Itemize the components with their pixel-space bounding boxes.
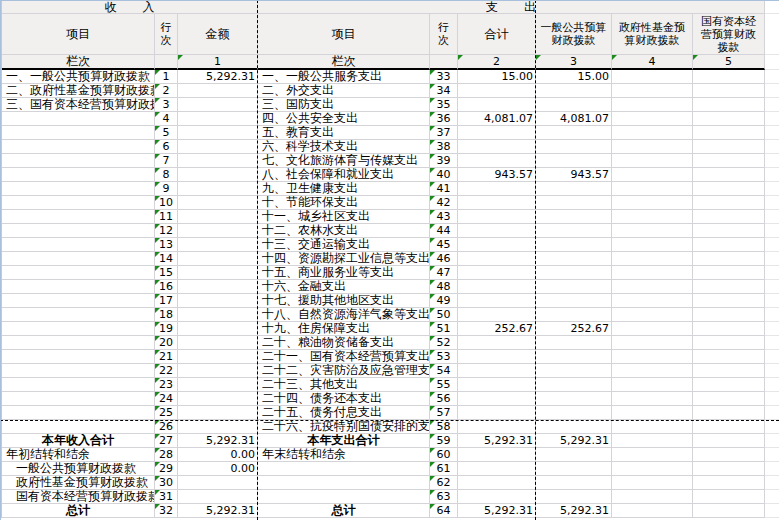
- cell-income-amount[interactable]: 0.00: [178, 448, 258, 462]
- cell-expense-statecap-budget[interactable]: [693, 504, 765, 518]
- cell-income-line[interactable]: 28: [155, 448, 178, 462]
- cell-expense-total[interactable]: [458, 280, 536, 294]
- cell-expense-statecap-budget[interactable]: [693, 378, 765, 392]
- cell-expense-total[interactable]: [458, 98, 536, 112]
- cell-expense-govfund-budget[interactable]: [612, 280, 693, 294]
- cell-expense-govfund-budget[interactable]: [612, 462, 693, 476]
- cell-expense-govfund-budget[interactable]: [612, 308, 693, 322]
- cell-income-amount[interactable]: [178, 210, 258, 224]
- cell-income-amount[interactable]: [178, 364, 258, 378]
- cell-expense-general-budget[interactable]: [536, 392, 612, 406]
- cell-income-amount[interactable]: 5,292.31: [178, 70, 258, 84]
- cell-expense-general-budget[interactable]: [536, 140, 612, 154]
- cell-expense-statecap-budget[interactable]: [693, 112, 765, 126]
- cell-expense-general-budget[interactable]: [536, 182, 612, 196]
- cell-expense-govfund-budget[interactable]: [612, 266, 693, 280]
- cell-expense-item[interactable]: 三、国防支出: [258, 98, 430, 112]
- cell-expense-general-budget[interactable]: [536, 406, 612, 420]
- cell-expense-line[interactable]: 44: [430, 224, 458, 238]
- cell-income-line[interactable]: 12: [155, 224, 178, 238]
- cell-income-line[interactable]: 17: [155, 294, 178, 308]
- cell-expense-total[interactable]: [458, 238, 536, 252]
- cell-expense-govfund-budget[interactable]: [612, 476, 693, 490]
- cell-expense-total[interactable]: [458, 308, 536, 322]
- cell-expense-item[interactable]: 二十四、债务还本支出: [258, 392, 430, 406]
- cell-expense-govfund-budget[interactable]: [612, 154, 693, 168]
- cell-income-amount[interactable]: [178, 322, 258, 336]
- cell-income-item[interactable]: 三、国有资本经营预算财政拨款: [2, 98, 155, 112]
- cell-expense-item[interactable]: 总计: [258, 504, 430, 518]
- cell-expense-statecap-budget[interactable]: [693, 182, 765, 196]
- cell-income-item[interactable]: [2, 168, 155, 182]
- cell-expense-item[interactable]: 十三、交通运输支出: [258, 238, 430, 252]
- expense-header-general-budget[interactable]: 一般公共预算财政拨款: [536, 14, 612, 55]
- cell-expense-general-budget[interactable]: [536, 252, 612, 266]
- cell-expense-total[interactable]: [458, 252, 536, 266]
- cell-expense-item[interactable]: 六、科学技术支出: [258, 140, 430, 154]
- cell-income-line[interactable]: 18: [155, 308, 178, 322]
- cell-expense-item[interactable]: 二十五、债务付息支出: [258, 406, 430, 420]
- cell-expense-general-budget[interactable]: 252.67: [536, 322, 612, 336]
- cell-income-line[interactable]: 2: [155, 84, 178, 98]
- cell-expense-line[interactable]: 35: [430, 98, 458, 112]
- cell-expense-govfund-budget[interactable]: [612, 182, 693, 196]
- cell-income-item[interactable]: [2, 308, 155, 322]
- cell-expense-statecap-budget[interactable]: [693, 336, 765, 350]
- cell-income-item[interactable]: [2, 322, 155, 336]
- cell-expense-statecap-budget[interactable]: [693, 322, 765, 336]
- cell-expense-general-budget[interactable]: [536, 490, 612, 504]
- cell-expense-statecap-budget[interactable]: [693, 224, 765, 238]
- cell-expense-statecap-budget[interactable]: [693, 98, 765, 112]
- cell-expense-statecap-budget[interactable]: [693, 350, 765, 364]
- cell-expense-line[interactable]: 57: [430, 406, 458, 420]
- expense-colindex-label[interactable]: 栏次: [258, 55, 430, 70]
- cell-expense-govfund-budget[interactable]: [612, 168, 693, 182]
- cell-income-amount[interactable]: [178, 294, 258, 308]
- cell-income-amount[interactable]: [178, 252, 258, 266]
- cell-income-amount[interactable]: [178, 84, 258, 98]
- cell-expense-item[interactable]: 十八、自然资源海洋气象等支出: [258, 308, 430, 322]
- cell-expense-govfund-budget[interactable]: [612, 126, 693, 140]
- cell-expense-total[interactable]: [458, 364, 536, 378]
- cell-expense-statecap-budget[interactable]: [693, 210, 765, 224]
- cell-expense-line[interactable]: 63: [430, 490, 458, 504]
- cell-expense-general-budget[interactable]: [536, 420, 612, 434]
- cell-expense-item[interactable]: 二十六、抗疫特别国债安排的支出: [258, 420, 430, 434]
- cell-expense-general-budget[interactable]: [536, 126, 612, 140]
- cell-expense-total[interactable]: [458, 392, 536, 406]
- cell-expense-statecap-budget[interactable]: [693, 252, 765, 266]
- cell-income-amount[interactable]: [178, 476, 258, 490]
- expense-colindex-line-cell[interactable]: [430, 55, 458, 70]
- cell-expense-statecap-budget[interactable]: [693, 434, 765, 448]
- cell-expense-statecap-budget[interactable]: [693, 238, 765, 252]
- cell-income-line[interactable]: 1: [155, 70, 178, 84]
- cell-expense-govfund-budget[interactable]: [612, 490, 693, 504]
- cell-expense-govfund-budget[interactable]: [612, 98, 693, 112]
- cell-income-item[interactable]: 一般公共预算财政拨款: [2, 462, 155, 476]
- cell-income-amount[interactable]: [178, 336, 258, 350]
- cell-expense-item[interactable]: [258, 490, 430, 504]
- cell-expense-govfund-budget[interactable]: [612, 140, 693, 154]
- cell-expense-item[interactable]: 二十三、其他支出: [258, 378, 430, 392]
- cell-expense-statecap-budget[interactable]: [693, 280, 765, 294]
- cell-expense-statecap-budget[interactable]: [693, 462, 765, 476]
- cell-expense-general-budget[interactable]: [536, 294, 612, 308]
- cell-expense-item[interactable]: 十六、金融支出: [258, 280, 430, 294]
- cell-expense-total[interactable]: [458, 378, 536, 392]
- cell-income-item[interactable]: [2, 336, 155, 350]
- cell-income-amount[interactable]: [178, 126, 258, 140]
- cell-income-line[interactable]: 27: [155, 434, 178, 448]
- cell-expense-general-budget[interactable]: [536, 448, 612, 462]
- cell-expense-total[interactable]: 5,292.31: [458, 504, 536, 518]
- income-section-title[interactable]: 收入: [2, 1, 258, 14]
- cell-income-item[interactable]: [2, 420, 155, 434]
- cell-expense-item[interactable]: 七、文化旅游体育与传媒支出: [258, 154, 430, 168]
- cell-expense-line[interactable]: 47: [430, 266, 458, 280]
- cell-income-item[interactable]: [2, 238, 155, 252]
- income-header-line[interactable]: 行次: [155, 14, 178, 55]
- cell-income-item[interactable]: 年初结转和结余: [2, 448, 155, 462]
- cell-expense-line[interactable]: 60: [430, 448, 458, 462]
- cell-expense-item[interactable]: 二十、粮油物资储备支出: [258, 336, 430, 350]
- cell-expense-total[interactable]: [458, 196, 536, 210]
- cell-expense-statecap-budget[interactable]: [693, 406, 765, 420]
